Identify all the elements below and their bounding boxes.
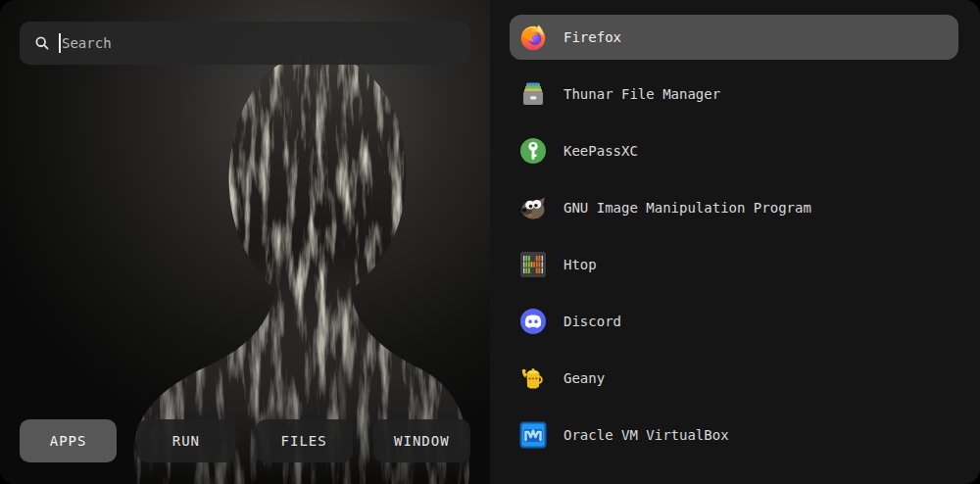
app-label: GNU Image Manipulation Program (564, 200, 811, 216)
tab-run[interactable]: RUN (137, 419, 234, 462)
background-art-bust (0, 0, 490, 484)
text-caret (59, 33, 61, 53)
list-item-gimp[interactable]: GNU Image Manipulation Program (510, 185, 958, 230)
left-panel: Search APPS RUN FILES WINDOW (0, 0, 490, 484)
geany-icon (519, 364, 547, 392)
app-label: Htop (564, 257, 597, 272)
search-icon (34, 35, 50, 51)
gimp-icon (519, 194, 547, 221)
app-launcher-window: Search APPS RUN FILES WINDOW (0, 0, 980, 484)
tab-window[interactable]: WINDOW (373, 419, 470, 462)
list-item-discord[interactable]: Discord (510, 299, 958, 344)
thunar-icon (519, 80, 547, 108)
virtualbox-icon (519, 421, 547, 449)
search-placeholder: Search (62, 35, 112, 51)
tab-files[interactable]: FILES (256, 419, 353, 462)
app-label: Geany (564, 370, 605, 386)
list-item-keepassxc[interactable]: KeePassXC (510, 128, 958, 173)
app-label: KeePassXC (564, 143, 638, 159)
list-item-virtualbox[interactable]: Oracle VM VirtualBox (510, 412, 958, 458)
tab-apps[interactable]: APPS (20, 419, 117, 462)
list-item-firefox[interactable]: Firefox (510, 15, 958, 60)
discord-icon (519, 308, 547, 335)
search-input[interactable]: Search (20, 22, 470, 65)
mode-tabs: APPS RUN FILES WINDOW (20, 419, 470, 462)
keepassxc-icon (519, 137, 547, 165)
app-label: Firefox (564, 29, 621, 45)
app-label: Oracle VM VirtualBox (564, 427, 729, 443)
firefox-icon (519, 24, 547, 51)
list-item-thunar[interactable]: Thunar File Manager (510, 72, 958, 117)
htop-icon (519, 251, 547, 278)
list-item-htop[interactable]: Htop (510, 242, 958, 287)
app-list: Firefox Thunar File Manager (490, 0, 980, 484)
list-item-geany[interactable]: Geany (510, 356, 958, 401)
app-label: Discord (564, 314, 621, 329)
app-label: Thunar File Manager (564, 86, 720, 102)
